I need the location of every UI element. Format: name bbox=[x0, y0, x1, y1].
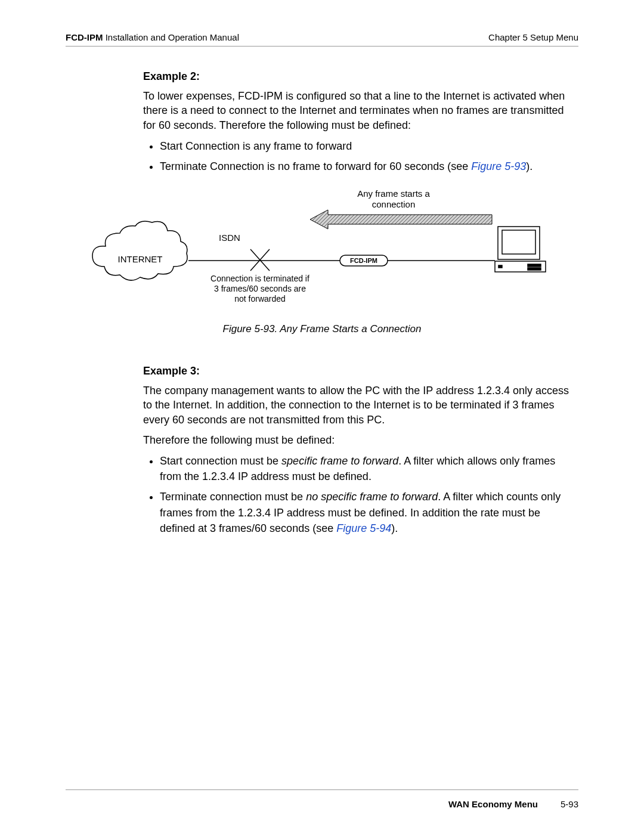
footer-divider bbox=[66, 789, 578, 790]
document-page: FCD-IPM Installation and Operation Manua… bbox=[0, 0, 644, 833]
chapter-label: Chapter 5 Setup Menu bbox=[488, 32, 578, 42]
list-item: Start Connection is any frame to forward bbox=[160, 138, 578, 154]
example3-heading: Example 3: bbox=[143, 365, 578, 377]
internet-label: INTERNET bbox=[118, 254, 163, 264]
diagram-svg: Any frame starts a connection INTERNET I… bbox=[89, 186, 555, 305]
example3-paragraph: Therefore the following must be defined: bbox=[143, 433, 578, 447]
svg-rect-8 bbox=[528, 264, 541, 267]
terminate-label: 3 frames/60 seconds are bbox=[214, 284, 306, 293]
example3-paragraph: The company management wants to allow th… bbox=[143, 383, 578, 427]
example3-list: Start connection must be specific frame … bbox=[143, 453, 578, 535]
svg-rect-9 bbox=[528, 268, 541, 270]
terminate-x-icon bbox=[250, 249, 270, 271]
list-item: Start connection must be specific frame … bbox=[160, 453, 578, 484]
device-label: FCD-IPM bbox=[350, 257, 377, 264]
example2-paragraph: To lower expenses, FCD-IPM is configured… bbox=[143, 89, 578, 132]
bullet-text: Start connection must be bbox=[160, 455, 281, 467]
footer-page-number: 5-93 bbox=[561, 799, 578, 809]
figure-reference-link[interactable]: Figure 5-94 bbox=[336, 522, 391, 534]
doc-title-bold: FCD-IPM bbox=[66, 32, 103, 42]
bullet-text: Terminate Connection is no frame to forw… bbox=[160, 160, 471, 172]
figure-5-93: Any frame starts a connection INTERNET I… bbox=[66, 186, 578, 335]
isdn-label: ISDN bbox=[219, 233, 240, 243]
svg-marker-1 bbox=[310, 210, 492, 229]
figure-reference-link[interactable]: Figure 5-93 bbox=[471, 160, 526, 172]
doc-title: FCD-IPM Installation and Operation Manua… bbox=[66, 32, 239, 42]
page-header: FCD-IPM Installation and Operation Manua… bbox=[66, 32, 578, 47]
terminate-label: Connection is terminated if bbox=[210, 274, 309, 283]
svg-rect-6 bbox=[502, 230, 535, 254]
figure-caption: Figure 5-93. Any Frame Starts a Connecti… bbox=[66, 323, 578, 335]
bullet-text: ). bbox=[526, 160, 532, 172]
arrow-icon bbox=[310, 210, 492, 229]
page-footer: WAN Economy Menu 5-93 bbox=[66, 799, 578, 809]
internet-cloud-icon: INTERNET bbox=[92, 221, 187, 280]
bullet-text: ). bbox=[391, 522, 398, 534]
doc-title-rest: Installation and Operation Manual bbox=[103, 32, 239, 42]
computer-icon bbox=[495, 227, 546, 272]
footer-section: WAN Economy Menu bbox=[448, 799, 538, 809]
list-item: Terminate Connection is no frame to forw… bbox=[160, 159, 578, 174]
svg-rect-10 bbox=[499, 265, 502, 268]
device-badge: FCD-IPM bbox=[340, 255, 388, 266]
arrow-label: connection bbox=[372, 199, 416, 209]
italic-term: no specific frame to forward bbox=[306, 491, 438, 503]
arrow-label: Any frame starts a bbox=[357, 188, 430, 199]
terminate-label: not forwarded bbox=[234, 294, 286, 304]
bullet-text: Terminate connection must be bbox=[160, 491, 306, 503]
example2-heading: Example 2: bbox=[143, 70, 578, 83]
list-item: Terminate connection must be no specific… bbox=[160, 489, 578, 535]
example2-list: Start Connection is any frame to forward… bbox=[143, 138, 578, 174]
body: Example 2: To lower expenses, FCD-IPM is… bbox=[66, 70, 578, 536]
italic-term: specific frame to forward bbox=[281, 455, 398, 467]
